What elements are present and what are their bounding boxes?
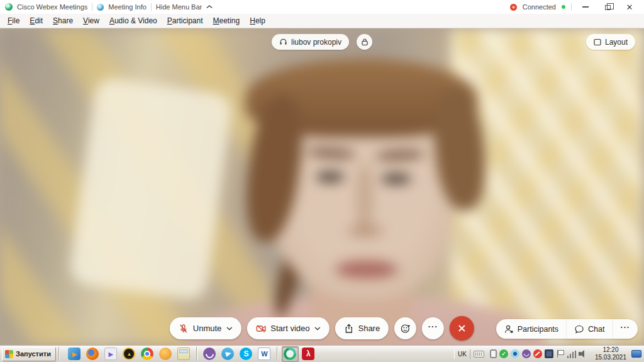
more-panels-icon: ··· <box>621 323 631 336</box>
skype-icon <box>240 348 252 360</box>
show-desktop-icon <box>177 348 190 360</box>
title-bar-left: Cisco Webex Meetings Meeting Info Hide M… <box>0 3 213 11</box>
media-player-icon <box>68 348 80 360</box>
more-options-icon: ··· <box>428 322 438 335</box>
presenter-name-pill[interactable]: liubov prokopiv <box>272 34 349 50</box>
volume-tray-icon[interactable] <box>579 349 587 358</box>
kmplayer-icon[interactable] <box>103 346 119 362</box>
record-status-icon <box>510 4 517 11</box>
more-panels-button[interactable]: ··· <box>613 319 638 339</box>
close-icon: ✕ <box>626 3 633 11</box>
orange-browser-icon[interactable] <box>157 346 174 362</box>
call-control-bar: Unmute Start video Share ··· <box>170 316 474 341</box>
network-signal-tray-icon[interactable] <box>567 349 576 358</box>
security-check-tray-icon[interactable] <box>499 349 508 358</box>
menu-edit[interactable]: Edit <box>25 15 48 26</box>
meeting-info-icon <box>97 4 104 11</box>
presenter-name: liubov prokopiv <box>291 38 341 47</box>
layout-button[interactable]: Layout <box>586 34 635 50</box>
start-video-label: Start video <box>270 324 309 333</box>
flag-tray-icon[interactable] <box>556 349 565 358</box>
menu-meeting[interactable]: Meeting <box>208 15 245 26</box>
menu-help[interactable]: Help <box>245 15 270 26</box>
start-video-button[interactable]: Start video <box>247 317 329 339</box>
video-stage: liubov prokopiv Layout Unmute Start vide… <box>0 28 644 345</box>
quick-launch-bar <box>66 346 317 362</box>
media-player-icon[interactable] <box>66 346 83 362</box>
more-options-button[interactable]: ··· <box>422 317 444 339</box>
chevron-up-icon[interactable] <box>206 5 213 9</box>
word-icon[interactable] <box>256 346 273 362</box>
menu-file[interactable]: File <box>3 15 25 26</box>
leave-meeting-button[interactable] <box>450 316 474 341</box>
webex-logo-icon <box>5 3 13 11</box>
menu-audio-video[interactable]: Audio & Video <box>104 15 162 26</box>
connection-status: Connected <box>523 3 556 11</box>
taskbar-separator <box>277 347 278 361</box>
restore-icon <box>605 5 611 10</box>
taskbar-clock[interactable]: 12:20 15.03.2021 <box>595 346 626 362</box>
webex-taskbar-button[interactable] <box>282 346 299 362</box>
viber-icon <box>203 348 216 360</box>
close-button[interactable]: ✕ <box>621 1 638 13</box>
orange-browser-icon <box>159 348 172 360</box>
aimp-icon <box>123 348 135 360</box>
share-button[interactable]: Share <box>335 317 389 339</box>
viber-icon[interactable] <box>201 346 218 362</box>
reactions-button[interactable] <box>394 317 416 339</box>
unmute-label: Unmute <box>193 324 222 333</box>
monitor-tray-icon[interactable] <box>631 350 641 358</box>
app-tray-icon[interactable] <box>545 349 553 358</box>
minimize-button[interactable] <box>577 1 594 13</box>
microphone-muted-icon <box>179 324 189 334</box>
chat-icon <box>574 324 584 334</box>
restore-button[interactable] <box>599 1 616 13</box>
share-icon <box>343 324 353 334</box>
start-label: Запустити <box>16 350 51 358</box>
show-desktop-icon[interactable] <box>175 346 192 362</box>
tray-icons <box>490 349 587 358</box>
telegram-icon[interactable] <box>219 346 236 362</box>
participants-icon <box>504 324 514 334</box>
start-button[interactable]: Запустити <box>2 347 56 361</box>
lock-button[interactable] <box>357 34 372 50</box>
acrobat-taskbar-button <box>302 348 314 360</box>
antivirus-tray-icon[interactable] <box>533 349 542 358</box>
menu-bar: FileEditShareViewAudio & VideoParticipan… <box>0 14 644 28</box>
taskbar-separator <box>58 347 60 361</box>
participants-button[interactable]: Participants <box>496 319 566 339</box>
taskbar-separator <box>196 347 197 361</box>
system-tray: UK 12:20 15.03.2021 <box>454 346 643 362</box>
chevron-down-icon[interactable] <box>226 327 232 331</box>
layout-grid-icon <box>594 38 601 46</box>
viber-tray-icon[interactable] <box>522 349 531 358</box>
menu-share[interactable]: Share <box>48 15 78 26</box>
clock-date: 15.03.2021 <box>595 354 626 362</box>
meeting-info-button[interactable]: Meeting Info <box>108 3 147 11</box>
chrome-icon[interactable] <box>139 346 156 362</box>
eye-tray-icon[interactable] <box>511 349 519 358</box>
unmute-button[interactable]: Unmute <box>170 317 242 339</box>
language-indicator[interactable]: UK <box>454 349 470 359</box>
title-bar-right: Connected ✕ <box>510 1 644 13</box>
panel-controls: Participants Chat ··· <box>496 319 638 339</box>
chat-button[interactable]: Chat <box>566 319 612 339</box>
aimp-icon[interactable] <box>121 346 138 362</box>
clipboard-tray-icon[interactable] <box>490 349 497 358</box>
skype-icon[interactable] <box>238 346 255 362</box>
title-bar: Cisco Webex Meetings Meeting Info Hide M… <box>0 0 644 14</box>
telegram-icon <box>221 348 234 360</box>
menu-view[interactable]: View <box>78 15 104 26</box>
chat-label: Chat <box>588 325 604 334</box>
menu-participant[interactable]: Participant <box>162 15 208 26</box>
lock-icon <box>361 38 369 46</box>
acrobat-taskbar-button[interactable] <box>300 346 317 362</box>
hide-menu-bar-button[interactable]: Hide Menu Bar <box>156 3 202 11</box>
connected-dot-icon <box>562 5 565 9</box>
app-title: Cisco Webex Meetings <box>17 3 87 11</box>
chevron-down-icon[interactable] <box>314 327 320 331</box>
firefox-icon[interactable] <box>84 346 101 362</box>
close-x-icon <box>457 324 467 333</box>
keyboard-icon[interactable] <box>474 351 484 358</box>
firefox-icon <box>86 348 99 360</box>
